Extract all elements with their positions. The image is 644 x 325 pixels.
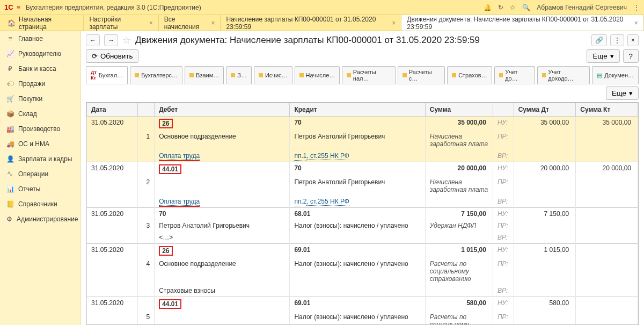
accounting-grid[interactable]: ДатаДебетКредитСуммаСумма ДтСумма Кт 31.… <box>86 102 639 325</box>
table-row[interactable]: 31.05.202044.017020 000,00НУ:20 000,0020… <box>87 162 638 177</box>
history-icon[interactable]: ↻ <box>498 4 503 11</box>
register-tab[interactable]: Учет до… <box>494 66 535 84</box>
register-icon <box>402 73 406 77</box>
table-row[interactable]: 31.05.2020267035 000,00НУ:35 000,0035 00… <box>87 117 638 131</box>
register-icon <box>542 73 546 77</box>
sidebar-label: ОС и НМА <box>18 140 49 148</box>
column-header[interactable]: Дата <box>87 103 138 117</box>
sidebar-item[interactable]: 📊Отчеты <box>0 182 80 197</box>
tab-home[interactable]: 🏠 Начальная страница <box>0 15 84 31</box>
tab-close-icon[interactable]: × <box>211 19 215 27</box>
tab-label: Движения документа: Начисление зарплаты … <box>407 16 631 31</box>
register-tab-label: Расчеты с… <box>409 69 440 82</box>
register-tab[interactable]: Страхов… <box>447 66 492 84</box>
sidebar-item[interactable]: ≡Главное <box>0 31 80 46</box>
more-button[interactable]: Еще ▾ <box>587 49 619 63</box>
help-button[interactable]: ? <box>623 49 639 63</box>
sidebar: ≡Главное📈Руководителю₽Банк и касса🏷Прода… <box>0 31 80 325</box>
user-name[interactable]: Абрамов Геннадий Сергеевич <box>537 4 627 11</box>
sidebar-item[interactable]: 🛒Покупки <box>0 91 80 106</box>
table-row[interactable]: Страховые взносыВР: <box>87 285 638 297</box>
register-tab[interactable]: Расчеты с… <box>398 66 445 84</box>
table-row[interactable]: 31.05.20207068.017 150,00НУ:7 150,00 <box>87 208 638 220</box>
column-header[interactable] <box>493 103 514 117</box>
register-icon <box>231 73 235 77</box>
table-row[interactable]: 31.05.20202669.011 015,00НУ:1 015,00 <box>87 244 638 258</box>
more-icon[interactable]: ⋮ <box>633 4 640 11</box>
register-tab[interactable]: Исчис… <box>254 66 292 84</box>
column-header[interactable]: Сумма <box>425 103 493 117</box>
sidebar-item[interactable]: ᴬₖОперации <box>0 167 80 182</box>
table-row[interactable]: <…>ВР: <box>87 232 638 244</box>
column-header[interactable] <box>137 103 155 117</box>
table-row[interactable]: 5Налог (взносы): начислено / уплаченоРас… <box>87 311 638 325</box>
sidebar-label: Продажи <box>18 80 45 88</box>
register-tab[interactable]: Расчеты нал… <box>342 66 396 84</box>
sidebar-item[interactable]: 👤Зарплата и кадры <box>0 151 80 167</box>
tab[interactable]: Все начисления× <box>159 15 221 31</box>
sidebar-label: Администрирование <box>17 215 78 223</box>
main-menu-icon[interactable]: ≡ <box>17 4 20 11</box>
star-icon[interactable]: ☆ <box>122 34 131 46</box>
doc-icon: ▤ <box>597 72 602 79</box>
nav-forward[interactable]: → <box>104 34 118 46</box>
register-tab[interactable]: Начисле… <box>295 66 340 84</box>
register-icon <box>452 73 456 77</box>
column-header[interactable]: Сумма Дт <box>514 103 576 117</box>
nav-back[interactable]: ← <box>86 34 100 46</box>
star-icon[interactable]: ☆ <box>510 4 516 11</box>
sidebar-item[interactable]: 🚚ОС и НМА <box>0 136 80 151</box>
column-header[interactable]: Сумма Кт <box>576 103 638 117</box>
app-title: Бухгалтерия предприятия, редакция 3.0 (1… <box>26 4 201 11</box>
tab-label: Начисление зарплаты КП00-000001 от 31.05… <box>226 16 389 31</box>
sidebar-item[interactable]: 🏭Производство <box>0 121 80 136</box>
register-tab[interactable]: Взаим… <box>185 66 224 84</box>
sidebar-item[interactable]: 🏷Продажи <box>0 76 80 91</box>
sidebar-item[interactable]: 📦Склад <box>0 106 80 121</box>
link-icon[interactable]: 🔗 <box>591 34 607 46</box>
sidebar-item[interactable]: ⚙Администрирование <box>0 212 80 227</box>
register-tab[interactable]: ▤Докумен… <box>592 66 639 84</box>
table-row[interactable]: 1Основное подразделениеПетров Анатолий Г… <box>87 131 638 150</box>
tab-close-icon[interactable]: × <box>392 19 396 27</box>
sidebar-label: Производство <box>18 125 60 133</box>
register-tab-label: Докумен… <box>604 72 634 78</box>
sidebar-icon: 📒 <box>6 200 14 208</box>
table-row[interactable]: 3Петров Анатолий ГригорьевичНалог (взнос… <box>87 220 638 232</box>
tab-close-icon[interactable]: × <box>634 19 638 27</box>
register-tab[interactable]: Бухгалтерс… <box>130 66 182 84</box>
sidebar-icon: ≡ <box>6 35 14 42</box>
more-vert-icon[interactable]: ⋮ <box>610 34 624 46</box>
grid-more-button[interactable]: Еще ▾ <box>606 86 639 100</box>
sidebar-item[interactable]: 📈Руководителю <box>0 46 80 61</box>
sidebar-icon: 🚚 <box>6 140 14 148</box>
register-tab-label: Бухгалтерс… <box>141 72 178 78</box>
table-row[interactable]: 4Основное подразделениеНалог (взносы): н… <box>87 258 638 285</box>
register-tab-label: Бухгал… <box>99 72 123 78</box>
column-header[interactable]: Дебет <box>155 103 290 117</box>
search-icon[interactable]: 🔍 <box>522 4 530 11</box>
register-tab[interactable]: Учет доходо… <box>537 66 590 84</box>
bell-icon[interactable]: 🔔 <box>484 4 492 11</box>
table-row[interactable]: Оплата трудапп.1, ст.255 НК РФВР: <box>87 150 638 162</box>
tab[interactable]: Настройки зарплаты× <box>84 15 158 31</box>
table-row[interactable]: Оплата трудапп.2, ст.255 НК РФВР: <box>87 196 638 208</box>
sidebar-label: Зарплата и кадры <box>18 155 72 163</box>
sidebar-label: Справочники <box>18 200 57 208</box>
sidebar-label: Операции <box>18 170 48 178</box>
register-tab-label: Страхов… <box>458 72 487 78</box>
sidebar-item[interactable]: ₽Банк и касса <box>0 61 80 76</box>
close-icon[interactable]: × <box>627 34 639 46</box>
register-tab[interactable]: ДтКтБухгал… <box>86 66 128 84</box>
register-tabs: ДтКтБухгал…Бухгалтерс…Взаим…З…Исчис…Начи… <box>86 66 639 84</box>
refresh-button[interactable]: ⟳ Обновить <box>86 49 138 63</box>
tab[interactable]: Начисление зарплаты КП00-000001 от 31.05… <box>221 15 401 31</box>
column-header[interactable]: Кредит <box>290 103 425 117</box>
table-row[interactable]: 31.05.202044.0169.01580,00НУ:580,00 <box>87 297 638 312</box>
register-tab[interactable]: З… <box>226 66 252 84</box>
table-row[interactable]: 2Петров Анатолий ГригорьевичНачислена за… <box>87 176 638 196</box>
tab[interactable]: Движения документа: Начисление зарплаты … <box>401 15 644 31</box>
sidebar-item[interactable]: 📒Справочники <box>0 197 80 212</box>
tab-close-icon[interactable]: × <box>149 19 153 27</box>
sidebar-icon: 🛒 <box>6 95 14 103</box>
